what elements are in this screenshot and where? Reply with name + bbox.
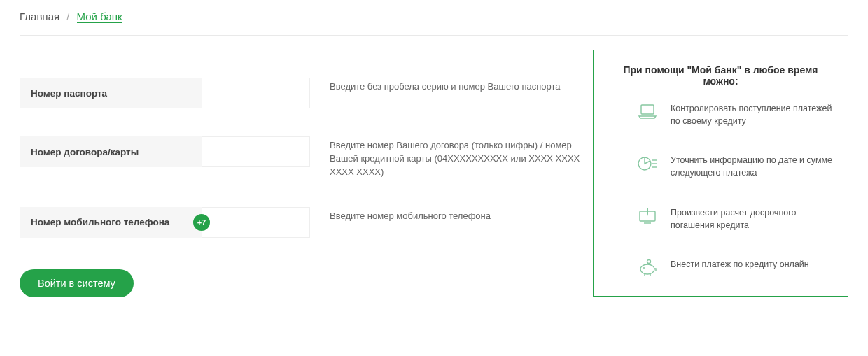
phone-input[interactable] xyxy=(202,208,309,237)
info-text-2: Произвести расчет досрочного погашения к… xyxy=(671,206,834,232)
info-text-1: Уточнить информацию по дате и сумме след… xyxy=(671,154,834,179)
phone-hint: Введите номер мобильного телефона xyxy=(310,207,582,223)
login-button[interactable]: Войти в систему xyxy=(20,269,134,297)
info-item-date: Уточнить информацию по дате и сумме след… xyxy=(608,154,834,179)
breadcrumb: Главная / Мой банк xyxy=(0,0,868,35)
phone-row: Номер мобильного телефона +7 Введите ном… xyxy=(20,207,582,238)
info-item-online: Внести платеж по кредиту онлайн xyxy=(608,258,834,278)
breadcrumb-current: Мой банк xyxy=(77,10,122,23)
contract-hint: Введите номер Вашего договора (только ци… xyxy=(310,136,582,179)
passport-hint: Введите без пробела серию и номер Вашего… xyxy=(310,78,582,94)
passport-row: Номер паспорта Введите без пробела серию… xyxy=(20,78,582,108)
info-item-early: Произвести расчет досрочного погашения к… xyxy=(608,206,834,232)
phone-prefix-badge: +7 xyxy=(193,214,210,231)
login-form: Номер паспорта Введите без пробела серию… xyxy=(20,50,582,297)
phone-label: Номер мобильного телефона +7 xyxy=(20,207,202,238)
info-item-payments: Контролировать поступление платежей по с… xyxy=(608,102,834,127)
phone-label-text: Номер мобильного телефона xyxy=(31,217,169,227)
passport-label: Номер паспорта xyxy=(20,78,202,108)
contract-input[interactable] xyxy=(202,137,309,166)
phone-input-wrapper xyxy=(202,207,310,238)
monitor-pen-icon xyxy=(637,206,658,226)
info-title: При помощи "Мой банк" в любое время можн… xyxy=(608,64,834,87)
contract-label: Номер договора/карты xyxy=(20,136,202,167)
contract-row: Номер договора/карты Введите номер Вашег… xyxy=(20,136,582,179)
info-text-0: Контролировать поступление платежей по с… xyxy=(671,102,834,127)
svg-point-7 xyxy=(640,264,654,274)
breadcrumb-separator: / xyxy=(66,10,69,22)
svg-rect-0 xyxy=(641,105,654,114)
info-text-3: Внести платеж по кредиту онлайн xyxy=(671,258,809,271)
passport-input[interactable] xyxy=(202,78,309,108)
piechart-icon xyxy=(637,154,658,173)
piggybank-icon xyxy=(637,258,658,278)
laptop-icon xyxy=(637,102,658,122)
info-panel: При помощи "Мой банк" в любое время можн… xyxy=(593,50,848,297)
passport-input-wrapper xyxy=(202,78,310,108)
svg-point-8 xyxy=(643,267,645,269)
contract-input-wrapper xyxy=(202,136,310,167)
breadcrumb-home[interactable]: Главная xyxy=(20,10,59,22)
